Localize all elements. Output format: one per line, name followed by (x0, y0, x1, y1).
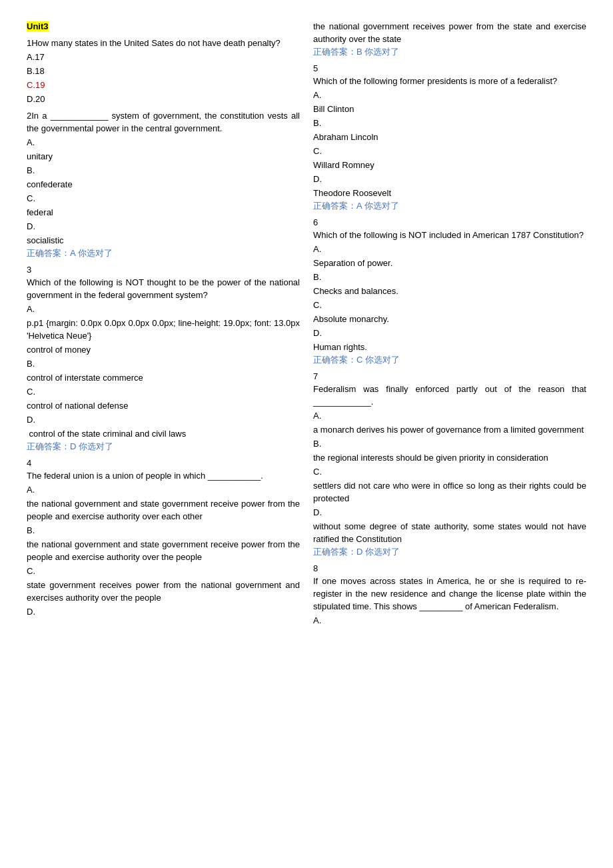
q1-option-b: B.18 (27, 65, 300, 77)
q3-answer: 正确答案：D 你选对了 (27, 440, 300, 453)
q6-option-b-label: B. (313, 271, 586, 283)
q2-option-d-label: D. (27, 220, 300, 233)
q3-option-c-text: control of national defense (27, 399, 300, 412)
q3-option-d-text: control of the state criminal and civil … (27, 427, 300, 440)
q7-option-d-text: without some degree of state authority, … (313, 520, 586, 545)
q4-option-b-label: B. (27, 524, 300, 537)
q2-option-a-label: A. (27, 136, 300, 149)
q7-option-d-label: D. (313, 506, 586, 519)
q1-option-d: D.20 (27, 93, 300, 105)
q5-text: Which of the following former presidents… (313, 75, 586, 87)
q7-option-b-label: B. (313, 437, 586, 450)
q7-text: Federalism was finally enforced partly o… (313, 383, 586, 408)
question-2: 2In a ____________ system of government,… (27, 109, 300, 259)
q5-num: 5 (313, 62, 586, 75)
q4-option-a-label: A. (27, 483, 300, 496)
q5-option-a-text: Bill Clinton (313, 103, 586, 115)
q2-option-d-text: socialistic (27, 234, 300, 247)
q4-option-b-text: the national government and state govern… (27, 538, 300, 563)
q4-option-a-text: the national government and state govern… (27, 497, 300, 523)
q7-answer: 正确答案：D 你选对了 (313, 545, 586, 558)
q5-option-d-label: D. (313, 173, 586, 185)
page: Unit3 1How many states in the United Sat… (0, 0, 613, 868)
q3-option-a-text: control of money (27, 343, 300, 356)
unit-title: Unit3 (27, 21, 49, 31)
q1-option-a: A.17 (27, 51, 300, 63)
q3-option-c-label: C. (27, 385, 300, 398)
q3-text: Which of the following is NOT thought to… (27, 276, 300, 301)
q4-option-c-label: C. (27, 565, 300, 577)
q6-option-a-label: A. (313, 243, 586, 255)
q8-option-a-label: A. (313, 614, 586, 627)
right-column: the national government receives power f… (313, 20, 586, 848)
left-column: Unit3 1How many states in the United Sat… (27, 20, 300, 848)
q5-option-d-text: Theodore Roosevelt (313, 187, 586, 199)
q2-option-a-text: unitary (27, 150, 300, 163)
q6-option-c-text: Absolute monarchy. (313, 313, 586, 325)
q5-option-b-label: B. (313, 117, 586, 129)
q2-answer: 正确答案：A 你选对了 (27, 247, 300, 259)
q2-option-c-label: C. (27, 192, 300, 205)
q4-cont-text: the national government receives power f… (313, 20, 586, 45)
q3-option-a-label: A. (27, 303, 300, 315)
q5-option-a-label: A. (313, 89, 586, 101)
q2-option-b-label: B. (27, 164, 300, 177)
question-3: 3 Which of the following is NOT thought … (27, 263, 300, 453)
question-8: 8 If one moves across states in America,… (313, 562, 586, 627)
q3-option-b-label: B. (27, 357, 300, 370)
q3-option-a-meta: p.p1 {margin: 0.0px 0.0px 0.0px 0.0px; l… (27, 317, 300, 342)
question-5: 5 Which of the following former presiden… (313, 62, 586, 212)
q6-option-d-label: D. (313, 327, 586, 339)
q7-option-a-label: A. (313, 409, 586, 422)
q4-num: 4 (27, 457, 300, 469)
question-7: 7 Federalism was finally enforced partly… (313, 370, 586, 558)
q1-option-c: C.19 (27, 79, 300, 91)
q4-answer: 正确答案：B 你选对了 (313, 45, 586, 58)
unit-title-block: Unit3 (27, 20, 300, 33)
q6-option-c-label: C. (313, 299, 586, 311)
q5-option-c-label: C. (313, 145, 586, 157)
q4-continuation: the national government receives power f… (313, 20, 586, 58)
q4-text: The federal union is a union of people i… (27, 469, 300, 482)
q8-num: 8 (313, 562, 586, 575)
q7-option-c-text: settlers did not care who were in office… (313, 479, 586, 505)
q3-option-b-text: control of interstate commerce (27, 371, 300, 384)
q6-text: Which of the following is NOT included i… (313, 229, 586, 241)
q5-answer: 正确答案：A 你选对了 (313, 199, 586, 212)
q7-option-c-label: C. (313, 465, 586, 478)
q2-text: 2In a ____________ system of government,… (27, 109, 300, 135)
q6-num: 6 (313, 216, 586, 229)
q3-num: 3 (27, 263, 300, 276)
question-6: 6 Which of the following is NOT included… (313, 216, 586, 366)
question-1: 1How many states in the United Sates do … (27, 37, 300, 105)
q4-option-d-label: D. (27, 605, 300, 618)
question-4: 4 The federal union is a union of people… (27, 457, 300, 618)
q6-answer: 正确答案：C 你选对了 (313, 353, 586, 366)
q4-option-c-text: state government receives power from the… (27, 579, 300, 604)
q6-option-d-text: Human rights. (313, 341, 586, 353)
q5-option-c-text: Willard Romney (313, 159, 586, 171)
q5-option-b-text: Abraham Lincoln (313, 131, 586, 143)
q7-num: 7 (313, 370, 586, 383)
q7-option-a-text: a monarch derives his power of governanc… (313, 423, 586, 436)
q7-option-b-text: the regional interests should be given p… (313, 451, 586, 464)
q6-option-a-text: Separation of power. (313, 257, 586, 269)
q2-option-b-text: confederate (27, 178, 300, 191)
q6-option-b-text: Checks and balances. (313, 285, 586, 297)
q1-text: 1How many states in the United Sates do … (27, 37, 300, 49)
q3-option-d-label: D. (27, 413, 300, 426)
q2-option-c-text: federal (27, 206, 300, 219)
content-columns: Unit3 1How many states in the United Sat… (27, 20, 586, 848)
q8-text: If one moves across states in America, h… (313, 575, 586, 613)
